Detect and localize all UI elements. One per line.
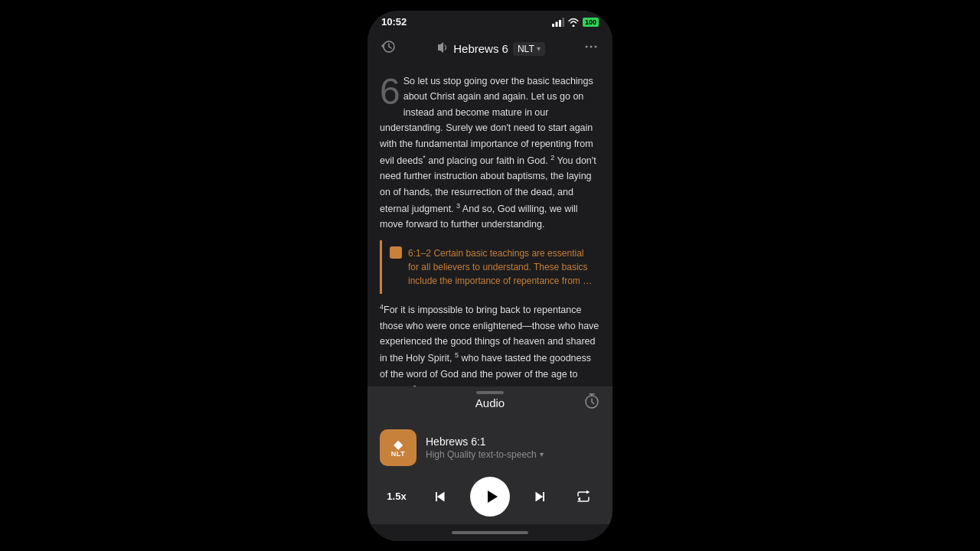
history-icon[interactable] bbox=[381, 39, 397, 58]
battery-icon: 100 bbox=[583, 18, 599, 27]
svg-rect-2 bbox=[559, 20, 561, 27]
bible-content: 6 So let us stop going over the basic te… bbox=[368, 66, 612, 386]
verse-num-3: 3 bbox=[456, 202, 460, 210]
home-indicator-bar bbox=[452, 531, 528, 534]
svg-rect-0 bbox=[552, 24, 554, 27]
svg-rect-3 bbox=[562, 18, 564, 27]
study-note-ref: 6:1–2 bbox=[408, 248, 431, 259]
svg-point-6 bbox=[590, 46, 592, 48]
chapter-title[interactable]: Hebrews 6 bbox=[453, 42, 508, 55]
audio-player: ◆ NLT Hebrews 6:1 High Quality text-to-s… bbox=[368, 420, 612, 524]
verse-num-5: 5 bbox=[455, 351, 459, 359]
svg-rect-9 bbox=[392, 250, 400, 252]
timer-icon[interactable] bbox=[583, 393, 600, 413]
skip-forward-button[interactable] bbox=[526, 483, 554, 510]
nav-more[interactable] bbox=[579, 39, 603, 58]
chapter-opening: 6 So let us stop going over the basic te… bbox=[380, 73, 600, 233]
nav-bar: Hebrews 6 NLT ▾ bbox=[368, 32, 612, 66]
skip-back-button[interactable] bbox=[426, 483, 454, 510]
track-thumbnail: ◆ NLT bbox=[380, 429, 416, 466]
track-details: Hebrews 6:1 High Quality text-to-speech … bbox=[426, 435, 600, 460]
drag-handle bbox=[476, 391, 504, 394]
status-bar: 10:52 100 bbox=[368, 11, 612, 32]
player-controls: 1.5x bbox=[380, 477, 600, 517]
svg-marker-4 bbox=[438, 42, 443, 53]
svg-point-7 bbox=[594, 46, 596, 48]
svg-rect-10 bbox=[392, 253, 400, 254]
footnote-star: * bbox=[423, 154, 426, 161]
version-label: NLT bbox=[518, 44, 534, 54]
home-indicator bbox=[368, 524, 612, 541]
audio-bar[interactable]: Audio bbox=[368, 386, 612, 420]
study-note[interactable]: 6:1–2 Certain basic teachings are essent… bbox=[380, 240, 600, 294]
verses-4-6: 4For it is impossible to bring back to r… bbox=[380, 302, 600, 386]
wifi-icon bbox=[567, 18, 580, 27]
nlt-label: NLT bbox=[391, 450, 405, 458]
play-button[interactable] bbox=[470, 477, 510, 517]
svg-rect-1 bbox=[555, 21, 557, 27]
audio-track-info: ◆ NLT Hebrews 6:1 High Quality text-to-s… bbox=[380, 429, 600, 466]
speed-button[interactable]: 1.5x bbox=[383, 491, 410, 502]
version-chevron: ▾ bbox=[537, 44, 541, 53]
svg-marker-13 bbox=[488, 491, 498, 503]
study-note-icon bbox=[390, 246, 402, 288]
status-icons: 100 bbox=[552, 18, 599, 27]
track-subtitle-text: High Quality text-to-speech bbox=[426, 449, 537, 460]
audio-icon bbox=[435, 41, 449, 57]
version-badge[interactable]: NLT ▾ bbox=[513, 42, 545, 56]
verse-num-4: 4 bbox=[380, 303, 384, 311]
track-subtitle[interactable]: High Quality text-to-speech ▾ bbox=[426, 449, 600, 460]
verse-num-2: 2 bbox=[550, 154, 554, 161]
audio-label: Audio bbox=[475, 396, 505, 409]
nav-center: Hebrews 6 NLT ▾ bbox=[435, 41, 544, 57]
status-time: 10:52 bbox=[381, 16, 407, 28]
chapter-number: 6 bbox=[380, 73, 400, 110]
repeat-button[interactable] bbox=[570, 483, 597, 510]
svg-rect-11 bbox=[392, 255, 397, 256]
nav-back[interactable] bbox=[377, 39, 401, 58]
more-icon[interactable] bbox=[583, 39, 599, 58]
study-note-content: Certain basic teachings are essential fo… bbox=[408, 248, 592, 286]
subtitle-chevron: ▾ bbox=[540, 450, 544, 458]
signal-icon bbox=[552, 18, 564, 27]
svg-point-5 bbox=[585, 46, 587, 48]
study-note-text: 6:1–2 Certain basic teachings are essent… bbox=[408, 246, 593, 288]
track-title: Hebrews 6:1 bbox=[426, 435, 600, 448]
